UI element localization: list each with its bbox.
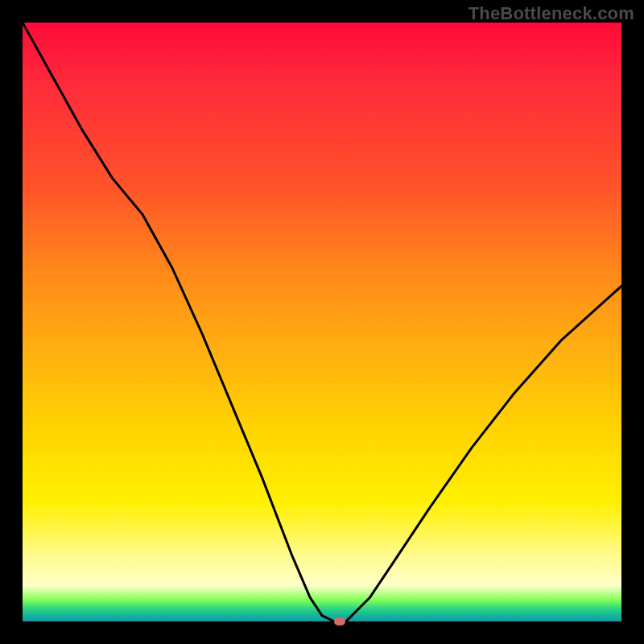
curve-svg (23, 23, 621, 621)
watermark-text: TheBottleneck.com (469, 3, 634, 24)
minimum-marker (334, 617, 345, 625)
plot-area (23, 23, 621, 621)
chart-frame: TheBottleneck.com (0, 0, 644, 644)
bottleneck-curve (23, 23, 621, 621)
